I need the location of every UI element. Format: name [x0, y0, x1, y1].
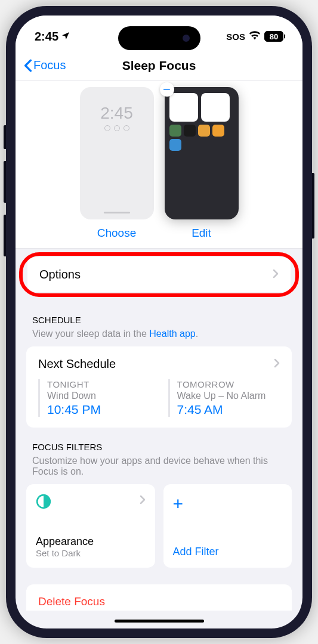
- schedule-card-title: Next Schedule: [38, 357, 116, 371]
- chevron-right-icon: [274, 357, 280, 371]
- dynamic-island: [118, 26, 200, 50]
- appearance-filter-card[interactable]: Appearance Set to Dark: [26, 484, 155, 568]
- battery-indicator: 80: [264, 31, 283, 42]
- delete-focus-button[interactable]: Delete Focus: [26, 584, 292, 611]
- status-time: 2:45: [35, 30, 58, 44]
- plus-icon: +: [173, 494, 283, 514]
- screens-customization: 2:45 Choose −: [16, 81, 302, 249]
- appearance-icon: [36, 494, 51, 509]
- options-label: Options: [39, 268, 81, 281]
- remove-badge-icon[interactable]: −: [160, 82, 174, 97]
- lock-screen-option[interactable]: 2:45 Choose: [80, 87, 154, 240]
- sos-indicator: SOS: [226, 32, 245, 42]
- health-app-link[interactable]: Health app: [149, 329, 195, 339]
- navigation-bar: Focus Sleep Focus: [16, 51, 302, 81]
- next-schedule-card[interactable]: Next Schedule TONIGHT Wind Down 10:45 PM…: [26, 346, 292, 428]
- filters-header: FOCUS FILTERS: [16, 428, 302, 456]
- tomorrow-schedule: TOMORROW Wake Up – No Alarm 7:45 AM: [168, 379, 280, 417]
- schedule-subtext: View your sleep data in the Health app.: [16, 329, 302, 346]
- filters-subtext: Customize how your apps and device behav…: [16, 456, 302, 484]
- add-filter-card[interactable]: + Add Filter: [163, 484, 292, 568]
- lock-screen-preview: 2:45: [80, 87, 154, 219]
- wifi-icon: [249, 30, 261, 42]
- location-icon: [61, 30, 70, 44]
- chevron-right-icon: [140, 495, 146, 507]
- home-screen-option[interactable]: −: [165, 87, 239, 240]
- back-button[interactable]: Focus: [24, 58, 66, 72]
- options-row[interactable]: Options: [27, 257, 291, 292]
- tonight-schedule: TONIGHT Wind Down 10:45 PM: [38, 379, 150, 417]
- chevron-right-icon: [273, 268, 279, 281]
- home-indicator[interactable]: [115, 620, 204, 623]
- phone-frame: 2:45 SOS 80 Focus Sleep Focus: [6, 6, 312, 638]
- schedule-header: SCHEDULE: [16, 301, 302, 329]
- page-title: Sleep Focus: [122, 58, 196, 73]
- home-screen-preview: −: [165, 87, 239, 219]
- back-label: Focus: [33, 58, 66, 72]
- choose-button[interactable]: Choose: [97, 227, 137, 240]
- edit-button[interactable]: Edit: [192, 227, 211, 240]
